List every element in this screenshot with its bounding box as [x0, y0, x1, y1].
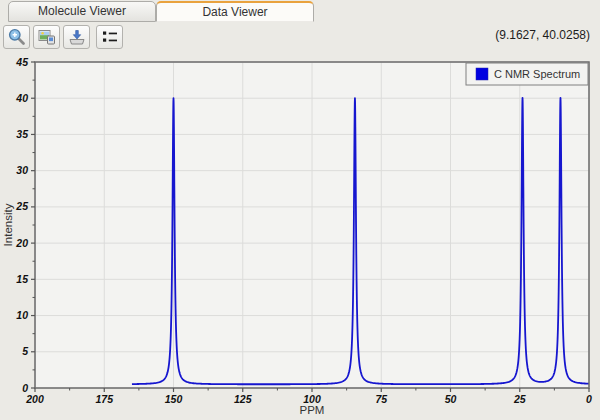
cursor-coordinates-readout: (9.1627, 40.0258)	[495, 28, 590, 42]
image-export-icon	[37, 27, 57, 47]
export-image-button[interactable]	[33, 25, 60, 49]
y-tick-label: 45	[15, 56, 28, 68]
save-button[interactable]	[63, 25, 90, 49]
tab-bar: Molecule Viewer Data Viewer	[8, 1, 314, 22]
y-tick-label: 30	[16, 164, 28, 176]
legend-toggle-button[interactable]	[96, 25, 123, 49]
tab-molecule-viewer[interactable]: Molecule Viewer	[8, 1, 156, 22]
x-tick-label: 0	[586, 393, 592, 405]
y-tick-label: 35	[16, 128, 28, 140]
legend-label: C NMR Spectrum	[494, 68, 580, 80]
zoom-button[interactable]	[3, 25, 30, 49]
y-tick-label: 10	[16, 309, 28, 321]
toolbar	[3, 25, 126, 49]
x-tick-label: 150	[165, 393, 183, 405]
spectrum-chart: 2001751501251007550250051015202530354045…	[0, 55, 600, 420]
spectrum-viewer-window: Molecule Viewer Data Viewer	[0, 0, 600, 420]
legend-list-icon	[100, 27, 120, 47]
y-tick-label: 40	[15, 92, 28, 104]
x-tick-label: 50	[445, 393, 457, 405]
y-tick-label: 20	[15, 237, 28, 249]
tab-data-viewer[interactable]: Data Viewer	[156, 1, 314, 22]
y-tick-label: 15	[16, 273, 28, 285]
x-tick-label: 175	[95, 393, 113, 405]
save-download-icon	[67, 27, 87, 47]
y-tick-label: 25	[15, 200, 28, 212]
y-tick-label: 5	[22, 345, 28, 357]
x-tick-label: 125	[234, 393, 252, 405]
x-tick-label: 200	[25, 393, 44, 405]
y-axis-title: Intensity	[2, 203, 14, 246]
legend-swatch	[476, 68, 488, 80]
y-tick-label: 0	[22, 382, 28, 394]
x-tick-label: 75	[375, 393, 387, 405]
magnifier-plus-icon	[7, 27, 27, 47]
x-axis-title: PPM	[300, 404, 325, 416]
x-tick-label: 25	[513, 393, 526, 405]
